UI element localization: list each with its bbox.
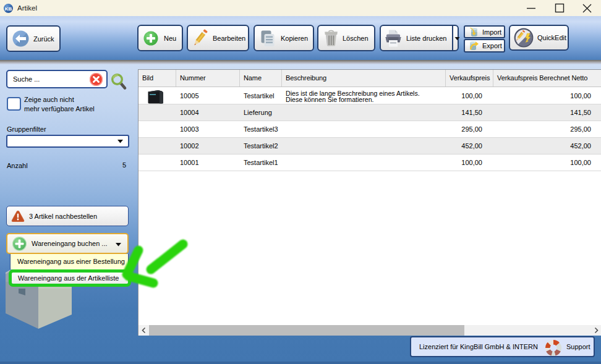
- svg-text:KB: KB: [5, 6, 12, 12]
